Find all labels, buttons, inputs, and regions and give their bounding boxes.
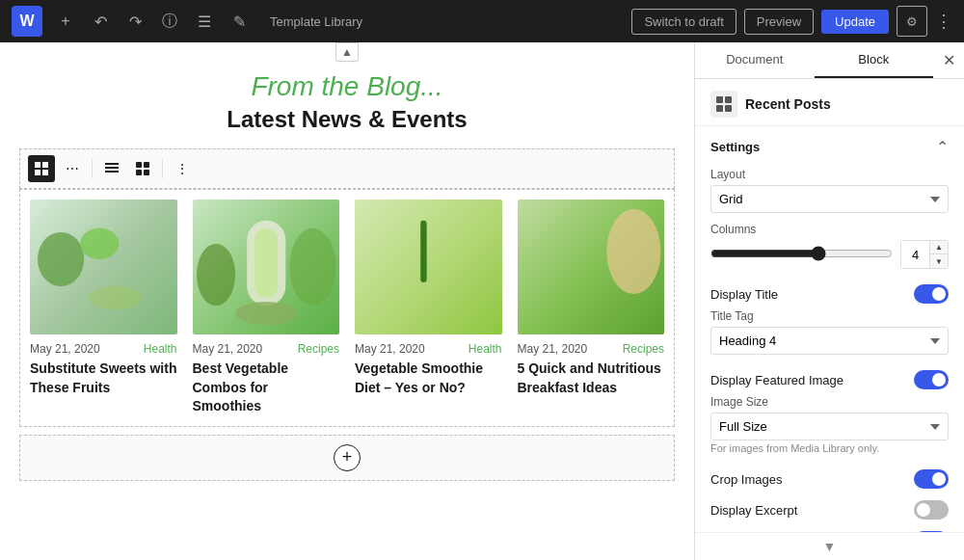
scroll-up-button[interactable]: ▲ bbox=[335, 42, 359, 62]
svg-point-14 bbox=[88, 286, 142, 309]
block-toolbar: ⋯ ⋮ bbox=[19, 148, 675, 189]
post-meta: May 21, 2020 Health bbox=[355, 342, 502, 356]
post-meta: May 21, 2020 Recipes bbox=[193, 342, 340, 356]
post-card[interactable]: May 21, 2020 Health Substitute Sweets wi… bbox=[30, 200, 177, 416]
svg-point-12 bbox=[80, 228, 119, 259]
columns-value-wrap: 4 ▲ ▼ bbox=[900, 240, 949, 269]
post-card[interactable]: May 21, 2020 Health Vegetable Smoothie D… bbox=[355, 200, 502, 416]
redo-button[interactable]: ↷ bbox=[120, 6, 150, 37]
display-title-toggle[interactable] bbox=[914, 284, 949, 304]
crop-images-row: Crop Images bbox=[710, 464, 949, 494]
update-button[interactable]: Update bbox=[821, 10, 889, 34]
post-title: 5 Quick and Nutritious Breakfast Ideas bbox=[518, 360, 665, 397]
grid-view-toggle[interactable] bbox=[129, 155, 156, 182]
layout-row: Layout Grid bbox=[710, 168, 949, 213]
post-date: May 21, 2020 bbox=[30, 342, 100, 356]
sidebar-scroll-down[interactable]: ▼ bbox=[695, 532, 964, 560]
section-title: Latest News & Events bbox=[19, 106, 675, 133]
post-image bbox=[518, 200, 665, 334]
sidebar: Document Block ✕ Recent Posts Settings ⌃… bbox=[694, 42, 964, 560]
crop-images-toggle[interactable] bbox=[914, 469, 949, 489]
tab-document[interactable]: Document bbox=[695, 42, 815, 78]
list-view-button[interactable]: ☰ bbox=[189, 6, 220, 37]
svg-rect-5 bbox=[105, 167, 119, 169]
svg-rect-10 bbox=[144, 170, 149, 175]
topbar: W + ↶ ↷ ⓘ ☰ ✎ Template Library Switch to… bbox=[0, 0, 964, 42]
image-size-select[interactable]: Full Size bbox=[710, 413, 949, 440]
svg-rect-33 bbox=[716, 105, 723, 112]
layout-label: Layout bbox=[710, 168, 949, 181]
post-category[interactable]: Recipes bbox=[623, 342, 664, 356]
svg-rect-25 bbox=[420, 221, 426, 282]
svg-rect-8 bbox=[144, 162, 149, 168]
list-view-toggle[interactable] bbox=[98, 155, 125, 182]
svg-point-20 bbox=[289, 228, 335, 306]
columns-label: Columns bbox=[710, 223, 949, 236]
grid-icon-button[interactable] bbox=[28, 155, 55, 182]
display-excerpt-row: Display Excerpt bbox=[710, 494, 949, 525]
tools-button[interactable]: ✎ bbox=[224, 6, 254, 37]
svg-rect-32 bbox=[725, 96, 732, 103]
crop-images-label: Crop Images bbox=[710, 472, 782, 487]
post-card[interactable]: May 21, 2020 Recipes Best Vegetable Comb… bbox=[193, 200, 340, 416]
svg-point-19 bbox=[197, 244, 235, 306]
svg-rect-0 bbox=[35, 162, 40, 168]
display-excerpt-toggle[interactable] bbox=[914, 500, 949, 520]
sidebar-body: Settings ⌃ Layout Grid Columns bbox=[695, 126, 964, 532]
columns-control: 4 ▲ ▼ bbox=[710, 240, 949, 269]
columns-slider[interactable] bbox=[710, 246, 893, 261]
display-title-row: Display Title bbox=[710, 279, 949, 309]
svg-rect-6 bbox=[105, 171, 119, 173]
columns-decrement[interactable]: ▼ bbox=[930, 254, 948, 268]
settings-gear-button[interactable]: ⚙ bbox=[897, 6, 927, 37]
display-date-toggle[interactable] bbox=[914, 531, 949, 532]
add-block-button[interactable]: + bbox=[334, 444, 361, 471]
more-options-toolbar[interactable]: ⋮ bbox=[169, 155, 196, 182]
image-size-label: Image Size bbox=[710, 395, 949, 409]
toolbar-separator bbox=[92, 159, 93, 178]
display-featured-image-row: Display Featured Image bbox=[710, 364, 949, 395]
display-excerpt-label: Display Excerpt bbox=[710, 503, 797, 518]
post-category[interactable]: Recipes bbox=[298, 342, 339, 356]
columns-increment[interactable]: ▲ bbox=[930, 241, 948, 254]
switch-to-draft-button[interactable]: Switch to draft bbox=[631, 9, 736, 35]
section-collapse-button[interactable]: ⌃ bbox=[936, 138, 949, 156]
settings-section: Settings ⌃ Layout Grid Columns bbox=[695, 126, 964, 532]
tab-block[interactable]: Block bbox=[815, 42, 934, 78]
spin-buttons: ▲ ▼ bbox=[930, 241, 948, 268]
page-title: Template Library bbox=[270, 14, 624, 29]
svg-rect-1 bbox=[42, 162, 48, 168]
close-sidebar-button[interactable]: ✕ bbox=[933, 45, 964, 76]
post-title: Substitute Sweets with These Fruits bbox=[30, 360, 177, 397]
post-category[interactable]: Health bbox=[469, 342, 502, 356]
columns-value: 4 bbox=[901, 241, 930, 268]
block-name: Recent Posts bbox=[745, 96, 831, 112]
display-featured-image-toggle[interactable] bbox=[914, 370, 949, 389]
post-category[interactable]: Health bbox=[144, 342, 177, 356]
svg-rect-31 bbox=[716, 96, 723, 103]
undo-button[interactable]: ↶ bbox=[85, 6, 116, 37]
canvas-content: From the Blog... Latest News & Events ⋯ bbox=[0, 42, 694, 560]
preview-button[interactable]: Preview bbox=[744, 9, 814, 35]
main-layout: ▲ From the Blog... Latest News & Events … bbox=[0, 42, 964, 560]
canvas: ▲ From the Blog... Latest News & Events … bbox=[0, 42, 694, 560]
add-block-topbar-button[interactable]: + bbox=[50, 6, 81, 37]
svg-point-29 bbox=[606, 209, 660, 294]
svg-rect-4 bbox=[105, 163, 119, 165]
display-date-row: Display Date bbox=[710, 525, 949, 532]
title-tag-select[interactable]: Heading 4 bbox=[710, 327, 949, 355]
info-button[interactable]: ⓘ bbox=[154, 6, 185, 37]
wp-logo: W bbox=[12, 6, 42, 37]
svg-point-18 bbox=[235, 302, 297, 325]
align-button[interactable]: ⋯ bbox=[59, 155, 86, 182]
svg-rect-9 bbox=[136, 170, 142, 175]
svg-rect-7 bbox=[136, 162, 142, 168]
more-options-button[interactable]: ⋮ bbox=[935, 11, 952, 32]
svg-rect-34 bbox=[725, 105, 732, 112]
block-header: Recent Posts bbox=[695, 79, 964, 126]
posts-grid: May 21, 2020 Health Substitute Sweets wi… bbox=[19, 189, 675, 427]
title-tag-label: Title Tag bbox=[710, 309, 949, 323]
post-card[interactable]: May 21, 2020 Recipes 5 Quick and Nutriti… bbox=[518, 200, 665, 416]
add-block-row[interactable]: + bbox=[19, 435, 675, 481]
layout-select[interactable]: Grid bbox=[710, 185, 949, 213]
